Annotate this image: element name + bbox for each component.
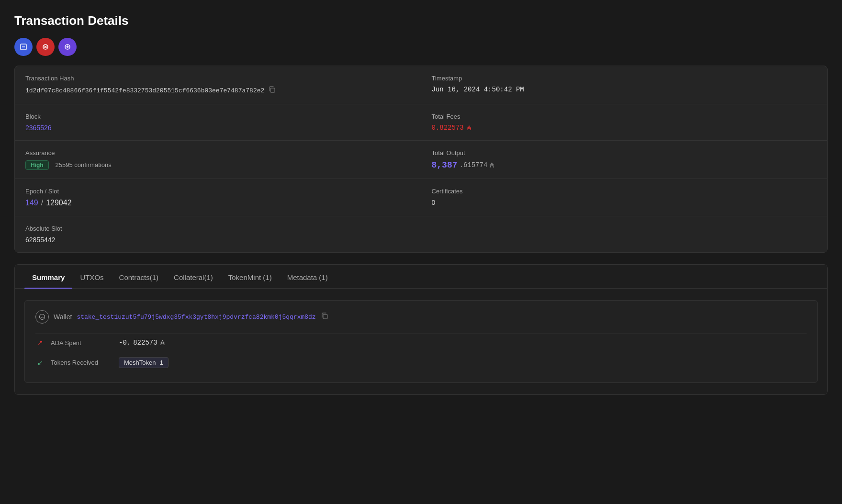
total-fees-value: 0.822573 ₳ bbox=[432, 124, 817, 132]
tokens-received-row: ↙ Tokens Received MeshToken 1 bbox=[35, 352, 807, 373]
assurance-cell: Assurance High 25595 confirmations bbox=[15, 141, 421, 179]
epoch-slot-cell: Epoch / Slot 149 / 129042 bbox=[15, 179, 421, 216]
ada-spent-value: -0.822573 ₳ bbox=[119, 338, 168, 347]
total-output-value: 8,387 .615774 ₳ bbox=[432, 160, 817, 170]
svg-text:₳: ₳ bbox=[467, 124, 472, 132]
icon-circle-blue[interactable] bbox=[14, 38, 33, 56]
transaction-details-card: Transaction Hash 1d2df07c8c48866f36f1f55… bbox=[14, 66, 828, 253]
icon-1 bbox=[19, 43, 28, 51]
up-arrow-icon: ↗ bbox=[35, 339, 45, 347]
empty-cell bbox=[421, 216, 828, 252]
transaction-hash-cell: Transaction Hash 1d2df07c8c48866f36f1f55… bbox=[15, 66, 421, 104]
certificates-cell: Certificates 0 bbox=[421, 179, 828, 216]
svg-rect-8 bbox=[270, 88, 275, 92]
summary-card: Wallet stake_test1uzut5fu79j5wdxg35fxk3g… bbox=[24, 300, 818, 383]
icon-circle-purple[interactable] bbox=[58, 38, 77, 56]
wallet-icon bbox=[35, 310, 49, 324]
absolute-slot-label: Absolute Slot bbox=[25, 225, 411, 232]
page-title: Transaction Details bbox=[14, 13, 828, 28]
ada-spent-symbol: ₳ bbox=[160, 338, 168, 347]
tab-metadata[interactable]: Metadata (1) bbox=[280, 265, 336, 288]
absolute-slot-cell: Absolute Slot 62855442 bbox=[15, 216, 421, 252]
ada-spent-label: ADA Spent bbox=[51, 339, 113, 347]
absolute-slot-value: 62855442 bbox=[25, 236, 411, 244]
tab-collateral[interactable]: Collateral(1) bbox=[166, 265, 221, 288]
total-fees-label: Total Fees bbox=[432, 113, 817, 120]
total-fees-cell: Total Fees 0.822573 ₳ bbox=[421, 104, 828, 141]
block-cell: Block 2365526 bbox=[15, 104, 421, 141]
timestamp-label: Timestamp bbox=[432, 75, 817, 82]
timestamp-cell: Timestamp Jun 16, 2024 4:50:42 PM bbox=[421, 66, 828, 104]
block-value[interactable]: 2365526 bbox=[25, 124, 410, 132]
total-output-cell: Total Output 8,387 .615774 ₳ bbox=[421, 141, 828, 179]
icon-row bbox=[14, 38, 828, 56]
ada-symbol-fees: ₳ bbox=[466, 124, 474, 132]
epoch-slot-value: 149 / 129042 bbox=[25, 199, 410, 207]
svg-rect-13 bbox=[323, 314, 327, 319]
total-output-label: Total Output bbox=[432, 149, 817, 157]
ada-spent-row: ↗ ADA Spent -0.822573 ₳ bbox=[35, 333, 807, 352]
tokens-received-value: MeshToken 1 bbox=[119, 357, 168, 368]
transaction-hash-label: Transaction Hash bbox=[25, 75, 410, 82]
assurance-label: Assurance bbox=[25, 149, 410, 157]
tab-tokenmint[interactable]: TokenMint (1) bbox=[221, 265, 280, 288]
high-badge: High bbox=[25, 160, 49, 170]
wallet-row: Wallet stake_test1uzut5fu79j5wdxg35fxk3g… bbox=[35, 310, 807, 324]
certificates-value: 0 bbox=[432, 199, 817, 206]
tabs-header: Summary UTXOs Contracts(1) Collateral(1)… bbox=[15, 265, 827, 289]
wallet-label: Wallet bbox=[54, 313, 72, 321]
icon-3 bbox=[63, 43, 72, 51]
tokens-received-label: Tokens Received bbox=[51, 359, 113, 366]
epoch-slot-label: Epoch / Slot bbox=[25, 188, 410, 195]
icon-2 bbox=[41, 43, 50, 51]
certificates-label: Certificates bbox=[432, 188, 817, 195]
tab-contracts[interactable]: Contracts(1) bbox=[112, 265, 167, 288]
copy-hash-button[interactable] bbox=[268, 86, 276, 95]
tabs-content: Wallet stake_test1uzut5fu79j5wdxg35fxk3g… bbox=[15, 289, 827, 394]
assurance-value: High 25595 confirmations bbox=[25, 160, 410, 170]
copy-wallet-button[interactable] bbox=[321, 312, 328, 322]
svg-text:₳: ₳ bbox=[160, 339, 165, 347]
token-badge: MeshToken 1 bbox=[119, 357, 168, 368]
down-arrow-icon: ↙ bbox=[35, 359, 45, 367]
tabs-section: Summary UTXOs Contracts(1) Collateral(1)… bbox=[14, 264, 828, 395]
token-name: MeshToken bbox=[124, 359, 156, 366]
tab-utxos[interactable]: UTXOs bbox=[72, 265, 111, 288]
confirmations-text: 25595 confirmations bbox=[56, 161, 112, 168]
svg-text:₳: ₳ bbox=[490, 162, 494, 169]
token-count: 1 bbox=[159, 359, 163, 366]
icon-circle-red[interactable] bbox=[36, 38, 55, 56]
transaction-hash-value: 1d2df07c8c48866f36f1f5542fe8332753d20551… bbox=[25, 86, 410, 95]
wallet-address[interactable]: stake_test1uzut5fu79j5wdxg35fxk3gyt8hxj9… bbox=[77, 314, 315, 321]
slot-value: 129042 bbox=[46, 199, 71, 207]
epoch-link[interactable]: 149 bbox=[25, 199, 38, 207]
tab-summary[interactable]: Summary bbox=[24, 265, 72, 288]
ada-symbol-output: ₳ bbox=[489, 161, 498, 169]
block-label: Block bbox=[25, 113, 410, 120]
timestamp-value: Jun 16, 2024 4:50:42 PM bbox=[432, 86, 817, 93]
